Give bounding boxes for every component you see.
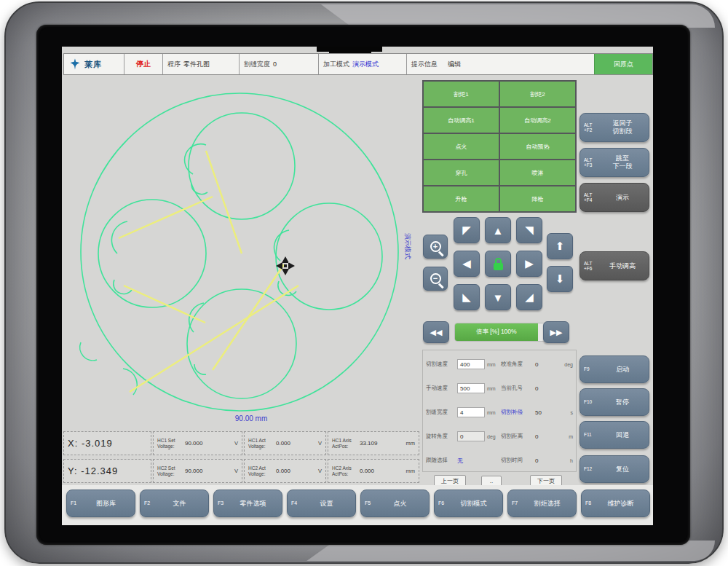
kerf-value: 0 [273, 60, 277, 68]
fkey-setup[interactable]: F4 设置 [287, 490, 356, 517]
torch-up-button[interactable]: 升枪 [424, 186, 499, 211]
brand-cell: 莱库 [64, 54, 124, 74]
jog-lock-button[interactable] [485, 251, 511, 277]
speed-down-button[interactable]: ◀◀ [423, 321, 449, 343]
hmi-screen: 莱库 停止 程序 零件孔图 割缝宽度 0 加工模式 演示模式 提示信息 编辑 回… [62, 47, 653, 525]
param-row: 手动速度 500 mm 当前孔号 0 [423, 377, 576, 399]
param-label: 手动速度 [426, 385, 455, 392]
lock-icon [494, 263, 503, 270]
zoom-out-icon: − [430, 273, 441, 284]
z-down-button[interactable]: ⬇ [547, 266, 573, 292]
kerf-width-input[interactable]: 4 [457, 407, 485, 417]
zoom-out-button[interactable]: − [423, 267, 448, 291]
dimension-label: 90.00 mm [235, 414, 267, 422]
param-label: 切割补偿 [501, 409, 533, 416]
torch1-button[interactable]: 割炬1 [424, 82, 499, 106]
menu-bar: 莱库 停止 程序 零件孔图 割缝宽度 0 加工模式 演示模式 提示信息 编辑 回… [63, 53, 653, 75]
rotate-angle-input[interactable]: 0 [457, 431, 485, 441]
param-label: 跟随选择 [426, 457, 455, 464]
cut-speed-input[interactable]: 400 [457, 359, 485, 369]
fkey-graphics-library[interactable]: F1 图形库 [66, 490, 135, 517]
hc2-act-voltage-cell: HC2 Act Voltage: 0.000 V [244, 459, 326, 483]
return-sub-segment-button[interactable]: ALT +F2 返回子 切割段 [579, 113, 649, 142]
param-row: 切割速度 400 mm 校准角度 0 deg [423, 353, 576, 375]
manual-speed-input[interactable]: 500 [457, 383, 485, 393]
backward-button[interactable]: F11 回退 [579, 421, 649, 449]
param-unit: s [561, 410, 573, 415]
zoom-in-button[interactable]: + [423, 235, 448, 259]
param-unit: deg [561, 362, 573, 367]
param-label: 切割距离 [501, 433, 533, 440]
jog-right-button[interactable]: ▶ [516, 251, 542, 277]
skip-next-segment-button[interactable]: ALT +F3 跳至 下一段 [579, 148, 649, 177]
spray-button[interactable]: 喷淋 [500, 160, 575, 185]
monitor-photo: 莱库 停止 程序 零件孔图 割缝宽度 0 加工模式 演示模式 提示信息 编辑 回… [0, 0, 728, 566]
speed-up-button[interactable]: ▶▶ [543, 321, 569, 343]
program-label: 程序 [167, 60, 181, 69]
param-unit: m [561, 434, 573, 439]
mode-value: 演示模式 [352, 60, 379, 69]
parameters-panel: 切割速度 400 mm 校准角度 0 deg 手动速度 500 mm 当前孔号 … [422, 350, 577, 472]
jog-up-right-button[interactable]: ◥ [516, 217, 542, 243]
param-label: 割缝宽度 [426, 409, 455, 416]
jog-down-left-button[interactable]: ◣ [454, 284, 480, 310]
hotkey-label: ALT +F4 [584, 192, 600, 203]
hotkey-label: F12 [584, 466, 600, 471]
param-value: 0 [535, 361, 559, 368]
torch2-button[interactable]: 割炬2 [500, 82, 575, 106]
fkey-part-options[interactable]: F3 零件选项 [213, 490, 282, 517]
fkey-file[interactable]: F2 文件 [140, 490, 209, 517]
speed-override-bar[interactable]: 倍率 [%] 100% [454, 323, 552, 342]
start-button[interactable]: F9 启动 [579, 355, 649, 383]
brand-name: 莱库 [84, 59, 102, 70]
hc1-set-voltage-cell: HC1 Set Voltage: 90.000 V [153, 431, 242, 455]
menu-cell-info: 提示信息 编辑 [407, 54, 594, 74]
menu-cell-status: 停止 [124, 54, 163, 74]
demo-button[interactable]: ALT +F4 演示 [579, 183, 649, 212]
manual-thc-button[interactable]: ALT +F6 手动调高 [579, 251, 649, 280]
info-edit-link[interactable]: 编辑 [448, 60, 461, 69]
hotkey-label: F9 [584, 366, 600, 372]
thc1-button[interactable]: 自动调高1 [424, 108, 499, 133]
jog-down-right-button[interactable]: ◢ [516, 284, 542, 310]
x-position-cell: X: -3.019 [63, 431, 151, 455]
hotkey-label: ALT +F2 [584, 122, 600, 133]
jog-down-button[interactable]: ▼ [485, 284, 511, 310]
param-value: 0 [535, 433, 559, 440]
param-label: 校准角度 [501, 361, 533, 368]
rapid-traverse-lines [119, 151, 298, 392]
jog-up-left-button[interactable]: ◤ [454, 217, 480, 243]
param-value: 0 [535, 385, 559, 392]
reset-button[interactable]: F12 复位 [579, 455, 649, 483]
kerf-label: 割缝宽度 [244, 60, 270, 69]
fkey-diagnostics[interactable]: F8 维护诊断 [581, 490, 650, 517]
mode-label: 加工模式 [323, 60, 349, 69]
hotkey-label: ALT +F6 [584, 261, 600, 272]
follow-select-value[interactable]: 无 [457, 457, 485, 465]
zoom-in-icon: + [430, 241, 441, 252]
pause-button[interactable]: F10 暂停 [579, 388, 649, 416]
fkey-cut-mode[interactable]: F6 切割模式 [434, 490, 503, 517]
preheat-button[interactable]: 自动预热 [500, 134, 575, 159]
param-unit: h [561, 458, 573, 463]
part-preview-canvas[interactable]: 90.00 mm 演示模式 [63, 76, 415, 430]
param-label: 当前孔号 [501, 385, 533, 392]
param-unit: deg [487, 434, 499, 439]
ignite-button[interactable]: 点火 [424, 134, 499, 159]
brand-logo-icon [68, 58, 82, 71]
hc2-axis-pos-cell: HC2 Axis ActPos: 0.000 mm [328, 459, 419, 483]
speed-override-fill: 倍率 [%] 100% [455, 323, 538, 341]
param-row: 割缝宽度 4 mm 切割补偿 50 s [423, 401, 576, 423]
fkey-torch-select[interactable]: F7 割炬选择 [507, 490, 577, 517]
jog-up-button[interactable]: ▲ [485, 217, 511, 243]
pierce-button[interactable]: 穿孔 [424, 160, 499, 185]
home-button[interactable]: 回原点 [594, 54, 652, 74]
z-up-button[interactable]: ⬆ [547, 233, 573, 259]
x-position: X: -3.019 [68, 438, 113, 449]
machine-status: 停止 [136, 59, 151, 69]
thc2-button[interactable]: 自动调高2 [500, 108, 575, 133]
torch-down-button[interactable]: 降枪 [500, 186, 575, 211]
fkey-ignite[interactable]: F5 点火 [360, 490, 430, 517]
param-unit: mm [487, 410, 499, 415]
jog-left-button[interactable]: ◀ [454, 251, 480, 277]
